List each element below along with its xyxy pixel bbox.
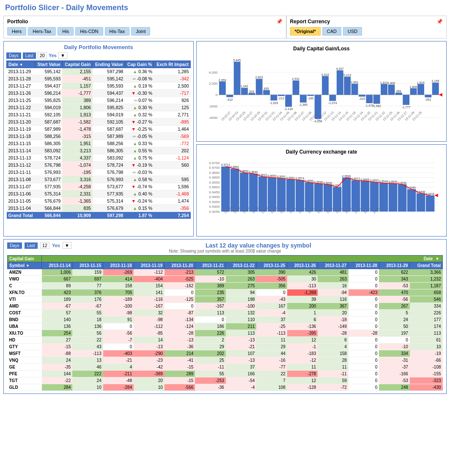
filter-dropdown-icon[interactable]: ▼ — [58, 52, 67, 59]
symbol-table-subtitle: Note: Showing just symbols with at least… — [7, 249, 443, 253]
sym-filter-yes: Yes — [52, 243, 60, 248]
cell-val: -278 — [287, 371, 318, 377]
svg-text:0.9550: 0.9550 — [209, 181, 220, 184]
cell-val: -67 — [42, 303, 73, 310]
cell-start: 586,305 — [35, 140, 62, 147]
filter-last-value[interactable]: 20 — [38, 52, 47, 59]
symbol-table-title: Last 12 day value changes by symbol — [206, 242, 311, 249]
portfolio-tag[interactable]: Hers — [7, 27, 26, 36]
cell-pct: ▲ 0.33 % — [125, 140, 154, 147]
cell-val: -23 — [134, 357, 165, 364]
cell-start: 595,142 — [35, 68, 62, 75]
sym-filter-value[interactable]: 12 — [40, 242, 49, 249]
portfolio-filter: Portfolio 📌 HersHers-TaxHisHis-CDNHis-Ta… — [3, 16, 286, 39]
svg-rect-133 — [258, 176, 267, 212]
sym-col-header: 2013-11-21 — [195, 262, 226, 269]
cell-exch: -1,468 — [154, 190, 191, 198]
cell-val: 24 — [42, 357, 73, 364]
cell-val: 0 — [348, 316, 379, 323]
cell-total-start: 566,844 — [35, 212, 62, 219]
cell-val: 55 — [72, 310, 103, 316]
cell-val: -11 — [318, 371, 348, 377]
portfolio-tag[interactable]: Hers-Tax — [28, 27, 56, 36]
portfolio-tag[interactable]: His — [58, 27, 74, 36]
table-row: 2013-11-07 577,935 -4,258 573,677 ▼ -0.7… — [7, 183, 191, 190]
svg-text:4,000: 4,000 — [209, 71, 218, 74]
svg-text:0.9500: 0.9500 — [209, 186, 220, 190]
cell-val: 11 — [318, 364, 348, 371]
portfolio-tag[interactable]: Joint — [131, 27, 150, 36]
cell-val: 0 — [195, 316, 226, 323]
cell-val: -211 — [103, 371, 134, 377]
cell-val: 55 — [195, 371, 226, 377]
sym-col-header: Grand Total — [410, 262, 443, 269]
sym-col-header: 2013-11-15 — [72, 262, 103, 269]
cell-val: 343 — [379, 276, 410, 283]
cell-val: 214 — [165, 350, 195, 357]
sym-header-gain: Capital Gain — [8, 256, 42, 262]
cell-pct: ▲ 0.19 % — [125, 83, 154, 90]
cell-total-gain: 10,909 — [62, 212, 93, 219]
cell-val: 10 — [410, 344, 443, 350]
currency-option[interactable]: *Original* — [290, 27, 321, 36]
currency-option[interactable]: USD — [343, 27, 362, 36]
svg-rect-26 — [256, 79, 263, 95]
cell-val: 546 — [410, 296, 443, 303]
cell-val: 1 — [287, 310, 318, 316]
cell-end: 596,214 — [93, 97, 125, 104]
cell-date: 2013-11-26 — [7, 90, 35, 97]
cell-val: 389 — [195, 283, 226, 289]
cell-val: 24 — [379, 316, 410, 323]
cell-val: 25 — [195, 357, 226, 364]
cell-val: 198 — [226, 296, 257, 303]
cell-val: 16 — [318, 283, 348, 289]
cell-val: 116 — [318, 296, 348, 303]
portfolio-tag[interactable]: His-Tax — [105, 27, 130, 36]
cell-val: 263 — [318, 276, 348, 283]
svg-rect-44 — [300, 95, 307, 102]
cell-val: -124 — [165, 323, 195, 330]
cell-val: 0 — [348, 296, 379, 303]
cell-val: 141 — [134, 289, 165, 296]
cell-end: 576,798 — [93, 169, 125, 176]
cell-val: 113 — [226, 330, 257, 337]
cell-val: 46 — [72, 364, 103, 371]
svg-rect-130 — [249, 173, 258, 212]
cell-val: -162 — [165, 283, 195, 289]
cell-val: -48 — [103, 377, 134, 384]
cell-start: 587,989 — [35, 126, 62, 133]
cell-val: 226 — [195, 330, 226, 337]
cell-pct: ▲ 0.36 % — [125, 68, 154, 75]
currency-option[interactable]: CAD — [322, 27, 341, 36]
cell-exch: 595 — [154, 176, 191, 183]
cell-val: 50 — [379, 323, 410, 330]
cell-gain: -1,365 — [62, 198, 93, 205]
cell-val: -15 — [165, 364, 195, 371]
cell-date: 2013-11-27 — [7, 83, 35, 90]
cell-exch: -772 — [154, 140, 191, 147]
col-exch: Exch Rt Impact — [154, 61, 191, 68]
col-pct: Cap Gain % — [125, 61, 154, 68]
sym-filter-dropdown[interactable]: ▼ — [63, 242, 71, 249]
cell-val: -41 — [165, 357, 195, 364]
cell-exch: -717 — [154, 90, 191, 97]
cell-val: 267 — [379, 303, 410, 310]
cell-val: -269 — [103, 269, 134, 276]
cell-pct: ═ -0.03 % — [125, 169, 154, 176]
cell-date: 2013-11-12 — [7, 162, 35, 169]
portfolio-pin-icon[interactable]: 📌 — [276, 19, 283, 25]
cell-gain: 1,157 — [62, 83, 93, 90]
cell-val: 176 — [72, 296, 103, 303]
cell-val: 39 — [287, 296, 318, 303]
currency-pin-icon[interactable]: 📌 — [436, 19, 443, 25]
cell-start: 576,679 — [35, 198, 62, 205]
cell-val: -167 — [195, 303, 226, 310]
portfolio-tag[interactable]: His-CDN — [75, 27, 103, 36]
cell-total-pct: 1.87 % — [125, 212, 154, 219]
cell-val: -525 — [165, 276, 195, 283]
table-row: 2013-11-22 594,019 1,806 595,825 ▲ 0.30 … — [7, 104, 191, 111]
cell-exch: -895 — [154, 118, 191, 126]
cell-val: 11 — [287, 364, 318, 371]
cell-val: 0 — [165, 303, 195, 310]
symbol-row: VNQ2413-21-23-4125-13-16-12280-31-66 — [8, 357, 443, 364]
